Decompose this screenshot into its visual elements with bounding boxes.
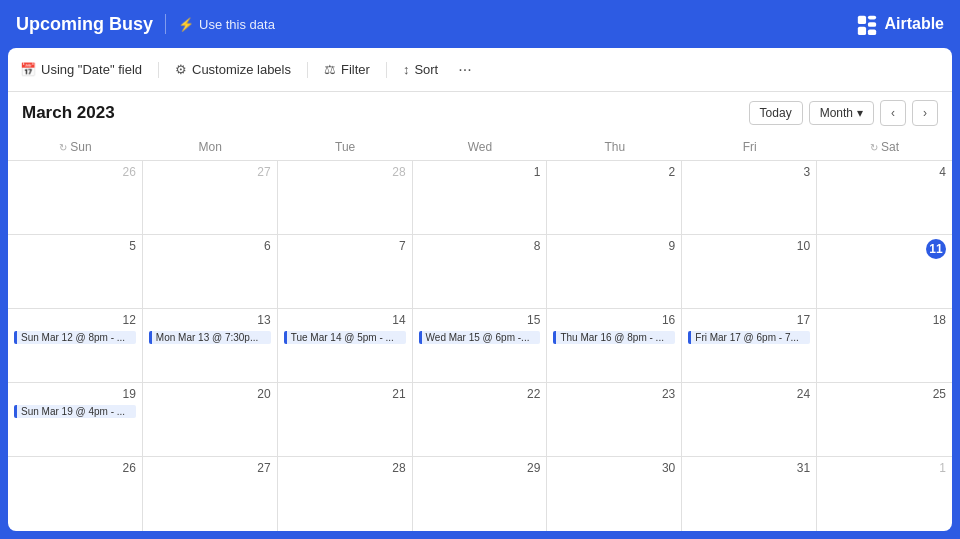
field-selector[interactable]: 📅 Using "Date" field xyxy=(20,62,142,77)
prev-month-button[interactable]: ‹ xyxy=(880,100,906,126)
next-month-button[interactable]: › xyxy=(912,100,938,126)
cell-date-r4-c1: 27 xyxy=(149,461,271,475)
cell-date-r0-c1: 27 xyxy=(149,165,271,179)
cal-cell-r0-c5[interactable]: 3 xyxy=(682,161,817,234)
cell-date-r4-c0: 26 xyxy=(14,461,136,475)
app-title: Upcoming Busy xyxy=(16,14,153,35)
svg-rect-0 xyxy=(858,16,866,24)
cal-cell-r0-c4[interactable]: 2 xyxy=(547,161,682,234)
cell-date-r1-c2: 7 xyxy=(284,239,406,253)
cell-date-r3-c3: 22 xyxy=(419,387,541,401)
cal-cell-r4-c0[interactable]: 26 xyxy=(8,457,143,531)
more-options-button[interactable]: ··· xyxy=(458,61,471,79)
cell-date-r2-c5: 17 xyxy=(688,313,810,327)
cal-cell-r3-c5[interactable]: 24 xyxy=(682,383,817,456)
cal-cell-r2-c1[interactable]: 13Mon Mar 13 @ 7:30p... xyxy=(143,309,278,382)
cal-cell-r0-c3[interactable]: 1 xyxy=(413,161,548,234)
cal-cell-r4-c2[interactable]: 28 xyxy=(278,457,413,531)
cal-cell-r2-c0[interactable]: 12Sun Mar 12 @ 8pm - ... xyxy=(8,309,143,382)
cal-cell-r3-c0[interactable]: 19Sun Mar 19 @ 4pm - ... xyxy=(8,383,143,456)
calendar-controls: Today Month ▾ ‹ › xyxy=(749,100,938,126)
main-content: 📅 Using "Date" field ⚙ Customize labels … xyxy=(8,48,952,531)
app-wrapper: Upcoming Busy ⚡ Use this data Airtable 📅… xyxy=(0,0,960,539)
field-label: Using "Date" field xyxy=(41,62,142,77)
cal-cell-r2-c4[interactable]: 16Thu Mar 16 @ 8pm - ... xyxy=(547,309,682,382)
cell-event-r2-c0-e0[interactable]: Sun Mar 12 @ 8pm - ... xyxy=(14,331,136,344)
cal-cell-r2-c3[interactable]: 15Wed Mar 15 @ 6pm -... xyxy=(413,309,548,382)
today-button[interactable]: Today xyxy=(749,101,803,125)
cal-cell-r4-c3[interactable]: 29 xyxy=(413,457,548,531)
cal-cell-r1-c0[interactable]: 5 xyxy=(8,235,143,308)
cell-event-r2-c1-e0[interactable]: Mon Mar 13 @ 7:30p... xyxy=(149,331,271,344)
filter-button[interactable]: ⚖ Filter xyxy=(324,62,370,77)
day-headers: ↻ Sun Mon Tue Wed Thu Fri xyxy=(8,134,952,161)
cal-cell-r3-c6[interactable]: 25 xyxy=(817,383,952,456)
day-header-thu: Thu xyxy=(547,134,682,160)
cal-row-2: 12Sun Mar 12 @ 8pm - ...13Mon Mar 13 @ 7… xyxy=(8,309,952,383)
sort-button[interactable]: ↕ Sort xyxy=(403,62,438,77)
cal-cell-r2-c6[interactable]: 18 xyxy=(817,309,952,382)
cell-date-r3-c1: 20 xyxy=(149,387,271,401)
cal-cell-r2-c2[interactable]: 14Tue Mar 14 @ 5pm - ... xyxy=(278,309,413,382)
cal-row-3: 19Sun Mar 19 @ 4pm - ...202122232425 xyxy=(8,383,952,457)
cal-cell-r0-c6[interactable]: 4 xyxy=(817,161,952,234)
month-view-button[interactable]: Month ▾ xyxy=(809,101,874,125)
cal-cell-r0-c1[interactable]: 27 xyxy=(143,161,278,234)
cell-date-r2-c1: 13 xyxy=(149,313,271,327)
cal-cell-r4-c5[interactable]: 31 xyxy=(682,457,817,531)
cell-event-r2-c2-e0[interactable]: Tue Mar 14 @ 5pm - ... xyxy=(284,331,406,344)
cell-event-r2-c3-e0[interactable]: Wed Mar 15 @ 6pm -... xyxy=(419,331,541,344)
cell-date-r0-c6: 4 xyxy=(823,165,946,179)
cell-date-r2-c2: 14 xyxy=(284,313,406,327)
cal-cell-r3-c4[interactable]: 23 xyxy=(547,383,682,456)
day-header-tue-label: Tue xyxy=(335,140,355,154)
customize-icon: ⚙ xyxy=(175,62,187,77)
cal-cell-r0-c2[interactable]: 28 xyxy=(278,161,413,234)
use-data-button[interactable]: ⚡ Use this data xyxy=(178,17,275,32)
cal-cell-r1-c1[interactable]: 6 xyxy=(143,235,278,308)
cal-cell-r1-c4[interactable]: 9 xyxy=(547,235,682,308)
cal-cell-r1-c6[interactable]: 11 xyxy=(817,235,952,308)
cal-cell-r4-c4[interactable]: 30 xyxy=(547,457,682,531)
cal-cell-r4-c6[interactable]: 1 xyxy=(817,457,952,531)
day-header-mon-label: Mon xyxy=(199,140,222,154)
cell-date-r2-c3: 15 xyxy=(419,313,541,327)
toolbar-sep-3 xyxy=(386,62,387,78)
cal-row-4: 2627282930311 xyxy=(8,457,952,531)
day-header-fri-label: Fri xyxy=(743,140,757,154)
day-header-thu-label: Thu xyxy=(605,140,626,154)
cal-row-0: 2627281234 xyxy=(8,161,952,235)
cell-date-r3-c2: 21 xyxy=(284,387,406,401)
bolt-icon: ⚡ xyxy=(178,17,194,32)
cal-cell-r1-c3[interactable]: 8 xyxy=(413,235,548,308)
cal-cell-r3-c3[interactable]: 22 xyxy=(413,383,548,456)
day-header-sun: ↻ Sun xyxy=(8,134,143,160)
cell-event-r2-c5-e0[interactable]: Fri Mar 17 @ 6pm - 7... xyxy=(688,331,810,344)
cal-cell-r0-c0[interactable]: 26 xyxy=(8,161,143,234)
chevron-down-icon: ▾ xyxy=(857,106,863,120)
cal-cell-r3-c2[interactable]: 21 xyxy=(278,383,413,456)
cell-date-r0-c2: 28 xyxy=(284,165,406,179)
cell-event-r2-c4-e0[interactable]: Thu Mar 16 @ 8pm - ... xyxy=(553,331,675,344)
cal-cell-r1-c2[interactable]: 7 xyxy=(278,235,413,308)
cal-cell-r1-c5[interactable]: 10 xyxy=(682,235,817,308)
day-header-wed: Wed xyxy=(413,134,548,160)
cell-date-r1-c0: 5 xyxy=(14,239,136,253)
cell-date-r3-c5: 24 xyxy=(688,387,810,401)
cell-event-r3-c0-e0[interactable]: Sun Mar 19 @ 4pm - ... xyxy=(14,405,136,418)
cell-date-r1-c4: 9 xyxy=(553,239,675,253)
cell-date-r3-c4: 23 xyxy=(553,387,675,401)
cal-cell-r2-c5[interactable]: 17Fri Mar 17 @ 6pm - 7... xyxy=(682,309,817,382)
calendar-icon: 📅 xyxy=(20,62,36,77)
cell-date-r0-c0: 26 xyxy=(14,165,136,179)
customize-labels-button[interactable]: ⚙ Customize labels xyxy=(175,62,291,77)
use-data-label: Use this data xyxy=(199,17,275,32)
day-header-sat: ↻ Sat xyxy=(817,134,952,160)
cell-date-r4-c5: 31 xyxy=(688,461,810,475)
cal-cell-r4-c1[interactable]: 27 xyxy=(143,457,278,531)
cell-date-r2-c4: 16 xyxy=(553,313,675,327)
toolbar: 📅 Using "Date" field ⚙ Customize labels … xyxy=(8,48,952,92)
cal-cell-r3-c1[interactable]: 20 xyxy=(143,383,278,456)
svg-rect-3 xyxy=(858,27,866,35)
day-header-mon: Mon xyxy=(143,134,278,160)
